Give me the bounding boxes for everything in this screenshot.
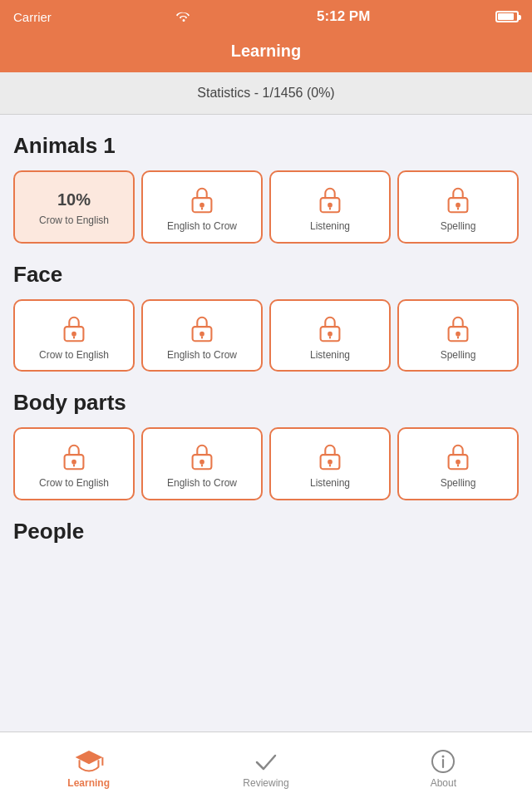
card-english-crow-1[interactable]: English to Crow xyxy=(141,170,263,244)
card-listening-3[interactable]: Listening xyxy=(269,427,391,500)
card-english-crow-2[interactable]: English to Crow xyxy=(141,299,263,372)
card-crow-english-1[interactable]: 10% Crow to English xyxy=(13,170,135,244)
svg-point-4 xyxy=(328,203,332,208)
grid-row-bodyparts: Crow to English English to Crow Listenin… xyxy=(13,427,519,500)
card-english-crow-3[interactable]: English to Crow xyxy=(141,427,263,500)
carrier-label: Carrier xyxy=(13,10,52,24)
wifi-icon xyxy=(176,10,191,24)
card-label-spelling-1: Spelling xyxy=(441,220,476,234)
card-label-spelling-3: Spelling xyxy=(441,477,476,490)
svg-point-31 xyxy=(456,460,461,465)
tab-reviewing[interactable]: Reviewing xyxy=(177,742,354,789)
card-label-english-crow-2: English to Crow xyxy=(167,349,237,362)
card-label-crow-english-3: Crow to English xyxy=(39,477,109,490)
svg-point-22 xyxy=(71,460,76,465)
card-spelling-3[interactable]: Spelling xyxy=(397,427,519,500)
svg-point-7 xyxy=(456,203,461,208)
card-label-listening-3: Listening xyxy=(310,477,350,490)
card-crow-english-2[interactable]: Crow to English xyxy=(13,299,135,372)
section-title-face: Face xyxy=(13,262,519,288)
stats-bar: Statistics - 1/1456 (0%) xyxy=(0,72,532,115)
section-title-animals1: Animals 1 xyxy=(13,133,519,159)
card-label-crow-english-2: Crow to English xyxy=(39,349,109,362)
nav-title: Learning xyxy=(231,42,301,60)
card-spelling-1[interactable]: Spelling xyxy=(397,170,519,244)
svg-point-19 xyxy=(456,331,461,336)
grid-row-face: Crow to English English to Crow Listenin… xyxy=(13,299,519,372)
battery-icon xyxy=(495,11,519,22)
card-listening-2[interactable]: Listening xyxy=(269,299,391,372)
card-listening-1[interactable]: Listening xyxy=(269,170,391,244)
tab-about-label: About xyxy=(431,777,456,789)
tab-bar: Learning Reviewing About xyxy=(0,732,532,798)
svg-point-10 xyxy=(71,331,76,336)
section-title-bodyparts: Body parts xyxy=(13,390,519,416)
time-label: 5:12 PM xyxy=(317,8,370,25)
nav-bar: Learning xyxy=(0,33,532,72)
content-area: Animals 1 10% Crow to English English to… xyxy=(0,115,532,623)
svg-point-28 xyxy=(328,460,332,465)
stats-label: Statistics - 1/1456 (0%) xyxy=(197,86,334,100)
svg-point-13 xyxy=(200,331,204,336)
tab-learning-label: Learning xyxy=(67,777,110,789)
card-label-spelling-2: Spelling xyxy=(441,349,476,362)
tab-reviewing-label: Reviewing xyxy=(243,777,288,789)
card-crow-english-3[interactable]: Crow to English xyxy=(13,427,135,500)
card-label-crow-english-1: Crow to English xyxy=(39,214,109,228)
section-title-people: People xyxy=(13,519,519,544)
card-percent: 10% xyxy=(57,190,91,209)
card-label-listening-1: Listening xyxy=(310,220,350,234)
tab-learning[interactable]: Learning xyxy=(0,742,177,789)
card-label-english-crow-3: English to Crow xyxy=(167,477,237,490)
svg-point-37 xyxy=(442,755,445,757)
card-label-listening-2: Listening xyxy=(310,349,350,362)
status-bar: Carrier 5:12 PM xyxy=(0,0,532,33)
grid-row-animals1: 10% Crow to English English to Crow List… xyxy=(13,170,519,244)
card-label-english-crow-1: English to Crow xyxy=(167,220,237,234)
svg-point-1 xyxy=(200,203,204,208)
tab-about[interactable]: About xyxy=(355,742,532,789)
svg-point-16 xyxy=(328,331,332,336)
card-spelling-2[interactable]: Spelling xyxy=(397,299,519,372)
svg-point-25 xyxy=(200,460,204,465)
